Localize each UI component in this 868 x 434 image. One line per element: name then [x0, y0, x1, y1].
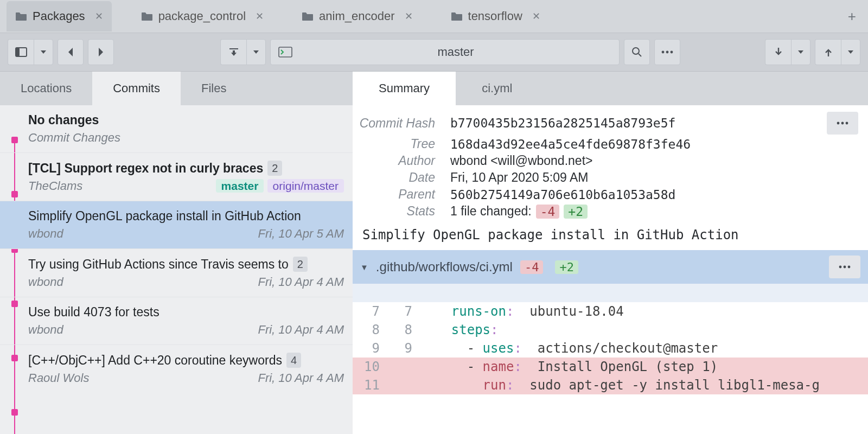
commit-author: wbond [28, 323, 63, 337]
close-icon[interactable]: ✕ [532, 10, 540, 22]
commit-entry[interactable]: Simplify OpenGL package install in GitHu… [0, 201, 353, 248]
commit-date: Fri, 10 Apr 4 AM [258, 275, 344, 289]
gutter-new: 7 [385, 302, 418, 321]
subtab-label: Commits [113, 81, 160, 95]
repo-tabs: Packages ✕ package_control ✕ anim_encode… [0, 0, 868, 33]
file-stats-removed: -4 [520, 260, 544, 274]
repo-tab-anim-encoder[interactable]: anim_encoder ✕ [293, 1, 421, 31]
folder-icon [141, 11, 153, 21]
branch-name: master [300, 45, 611, 59]
close-icon[interactable]: ✕ [405, 10, 413, 22]
close-icon[interactable]: ✕ [256, 10, 264, 22]
stats-removed: -4 [536, 205, 560, 219]
commit-summary: Commit Hash b7700435b23156a2825145a8793e… [353, 105, 868, 220]
gutter-old: 9 [353, 339, 385, 358]
commit-hash-menu[interactable] [827, 112, 858, 135]
forward-button[interactable] [88, 39, 114, 65]
commit-author: wbond [28, 275, 63, 289]
branch-field[interactable]: master [270, 39, 620, 65]
toolbar: master [0, 33, 868, 72]
file-stats-added: +2 [555, 260, 578, 274]
diff-line: 8 8 steps: [353, 321, 868, 339]
commit-date: Fri, 10 Apr 4 AM [258, 323, 344, 337]
commit-message: Simplify OpenGL package install in GitHu… [353, 220, 868, 250]
sidebar-toggle-dropdown[interactable] [34, 39, 53, 65]
svg-point-4 [662, 51, 665, 54]
more-button[interactable] [654, 39, 680, 65]
file-path: .github/workflows/ci.yml [376, 259, 513, 275]
diff-hunk-header [353, 284, 868, 302]
svg-rect-2 [279, 47, 292, 57]
commit-author: wbond [28, 227, 63, 241]
file-header[interactable]: ▼ .github/workflows/ci.yml -4 +2 [353, 250, 868, 284]
svg-point-3 [633, 48, 639, 54]
gutter-old: 10 [353, 358, 385, 376]
gutter-new [385, 358, 418, 376]
stash-button[interactable] [220, 39, 246, 65]
file-menu[interactable] [829, 256, 860, 278]
summary-label: Stats [353, 204, 450, 219]
stats-added: +2 [564, 205, 588, 219]
commit-title: Use build 4073 for tests [28, 305, 159, 320]
tab-label: package_control [158, 9, 246, 23]
commit-date: Fri, 10 Apr 4 AM [258, 371, 344, 385]
add-tab-button[interactable]: + [840, 5, 864, 28]
sidebar-toggle-button[interactable] [8, 39, 34, 65]
branch-tag-master: master [216, 179, 264, 193]
commit-entry[interactable]: [TCL] Support regex not in curly braces … [0, 152, 353, 201]
gutter-old: 11 [353, 376, 385, 394]
svg-point-5 [666, 51, 669, 54]
commit-title: Simplify OpenGL package install in GitHu… [28, 209, 301, 224]
summary-label: Commit Hash [353, 116, 450, 131]
commit-author: TheClams [28, 179, 82, 193]
svg-rect-1 [16, 48, 20, 56]
svg-point-6 [671, 51, 673, 54]
right-tab-summary[interactable]: Summary [353, 72, 456, 105]
commit-author: wbond <will@wbond.net> [450, 154, 592, 168]
svg-point-9 [846, 122, 848, 125]
commit-hash: b7700435b23156a2825145a8793e5f [450, 116, 675, 130]
folder-icon [15, 11, 27, 21]
right-pane: Summary ci.yml Commit Hash b7700435b2315… [353, 72, 868, 434]
subtab-commits[interactable]: Commits [92, 72, 181, 105]
search-button[interactable] [624, 39, 650, 65]
branch-tag-origin: origin/master [267, 179, 344, 193]
close-icon[interactable]: ✕ [95, 10, 103, 22]
commit-entry[interactable]: [C++/ObjC++] Add C++20 coroutine keyword… [0, 344, 353, 393]
tab-label: anim_encoder [319, 9, 394, 23]
collapse-icon: ▼ [360, 263, 368, 272]
diff-line-removed: 11 run: sudo apt-get -y install libgl1-m… [353, 376, 868, 394]
commit-uncommitted[interactable]: No changes Commit Changes [0, 105, 353, 152]
terminal-icon [278, 47, 292, 58]
commit-entry[interactable]: Use build 4073 for tests wbond Fri, 10 A… [0, 297, 353, 344]
left-subtabs: Locations Commits Files [0, 72, 353, 105]
commit-author: Raoul Wols [28, 371, 89, 385]
commit-title: No changes [28, 113, 99, 127]
repo-tab-packages[interactable]: Packages ✕ [7, 1, 112, 31]
commit-date: Fri, 10 Apr 2020 5:09 AM [450, 170, 588, 185]
commit-title: Try using GitHub Actions since Travis se… [28, 257, 289, 272]
back-button[interactable] [58, 39, 84, 65]
commit-count-badge: 4 [286, 353, 301, 368]
push-button[interactable] [815, 39, 841, 65]
svg-point-12 [848, 266, 851, 269]
repo-tab-package-control[interactable]: package_control ✕ [132, 1, 272, 31]
subtab-files[interactable]: Files [181, 72, 247, 105]
subtab-locations[interactable]: Locations [0, 72, 92, 105]
pull-dropdown[interactable] [791, 39, 810, 65]
push-dropdown[interactable] [841, 39, 860, 65]
pull-button[interactable] [765, 39, 791, 65]
summary-label: Author [353, 154, 450, 168]
repo-tab-tensorflow[interactable]: tensorflow ✕ [442, 1, 549, 31]
subtab-label: Locations [21, 81, 72, 95]
tab-label: Summary [379, 81, 430, 95]
commit-entry[interactable]: Try using GitHub Actions since Travis se… [0, 248, 353, 297]
commit-date: Fri, 10 Apr 5 AM [258, 227, 344, 241]
commit-stats-text: 1 file changed: [450, 204, 532, 219]
svg-point-8 [841, 122, 844, 125]
folder-icon [302, 11, 314, 21]
stash-dropdown[interactable] [246, 39, 266, 65]
right-tab-file[interactable]: ci.yml [456, 72, 538, 105]
commit-tree: 168da43d92ee4a5ce4fde69878f3fe46 [450, 137, 691, 151]
commit-parent: 560b2754149a706e610b6a1053a58d [450, 188, 675, 202]
